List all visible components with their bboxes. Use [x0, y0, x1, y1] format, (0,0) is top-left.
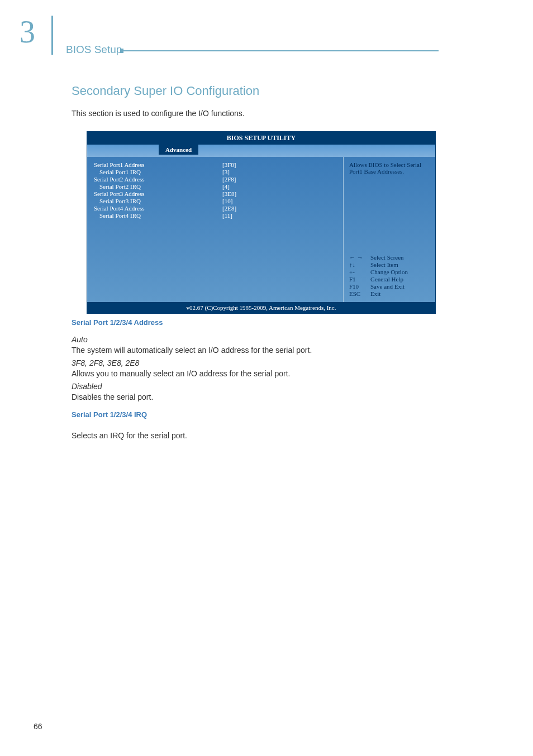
bios-setting-row: Serial Port1 Address [3F8] [94, 161, 336, 168]
irq-desc: Selects an IRQ for the serial port. [72, 430, 187, 442]
chapter-line [123, 50, 439, 51]
bios-setting-value: [11] [222, 212, 278, 219]
bios-setting-label: Serial Port3 IRQ [94, 198, 222, 204]
option-auto-desc: The system will automatically select an … [72, 344, 312, 356]
bios-key-row: F10 Save and Exit [349, 283, 430, 290]
bios-key-row: ↑↓ Select Item [349, 261, 430, 268]
bios-setting-row: Serial Port2 IRQ [4] [94, 183, 336, 190]
bios-setting-value: [3E8] [222, 190, 278, 197]
bios-setting-label: Serial Port2 IRQ [94, 183, 222, 190]
bios-content: Serial Port1 Address [3F8] Serial Port1 … [87, 157, 435, 302]
bios-key-desc: Select Screen [370, 254, 404, 261]
bios-help-text: Allows BIOS to Select Serial Port1 Base … [349, 161, 430, 175]
page-number: 66 [34, 722, 42, 731]
bios-help-panel: Allows BIOS to Select Serial Port1 Base … [343, 157, 435, 302]
bios-setting-row: Serial Port3 Address [3E8] [94, 190, 336, 197]
bios-key-symbol: ESC [349, 290, 370, 297]
bios-setting-label: Serial Port1 IRQ [94, 169, 222, 175]
bios-setting-row: Serial Port3 IRQ [10] [94, 198, 336, 204]
bios-tab-row: Advanced [87, 145, 435, 157]
bios-key-desc: Select Item [370, 261, 398, 268]
option-disabled-desc: Disables the serial port. [72, 391, 153, 403]
bios-key-row: ← → Select Screen [349, 254, 430, 261]
bios-setting-row: Serial Port1 IRQ [3] [94, 169, 336, 175]
bios-setting-label: Serial Port1 Address [94, 161, 222, 168]
bios-key-desc: General Help [370, 276, 403, 283]
section-title: Secondary Super IO Configuration [72, 84, 259, 98]
bios-key-symbol: ← → [349, 254, 370, 261]
heading-serial-address: Serial Port 1/2/3/4 Address [72, 318, 163, 327]
bios-setting-value: [3F8] [222, 161, 278, 168]
bios-setting-label: Serial Port3 Address [94, 190, 222, 197]
chapter-label: BIOS Setup [66, 44, 122, 56]
option-disabled-label: Disabled [72, 381, 102, 393]
bios-setting-row: Serial Port2 Address [2F8] [94, 176, 336, 183]
bios-setting-value: [2E8] [222, 205, 278, 212]
heading-serial-irq: Serial Port 1/2/3/4 IRQ [72, 410, 147, 419]
bios-key-symbol: ↑↓ [349, 261, 370, 268]
bios-tab-advanced: Advanced [159, 145, 198, 155]
intro-text: This section is used to configure the I/… [72, 109, 245, 118]
bios-setting-value: [4] [222, 183, 278, 190]
bios-screenshot: BIOS SETUP UTILITY Advanced Serial Port1… [87, 131, 436, 314]
bios-copyright: v02.67 (C)Copyright 1985-2009, American … [87, 302, 435, 313]
bios-key-row: ESC Exit [349, 290, 430, 297]
bios-setting-row: Serial Port4 Address [2E8] [94, 205, 336, 212]
bios-setting-label: Serial Port4 Address [94, 205, 222, 212]
option-auto-label: Auto [72, 334, 88, 346]
bios-key-symbol: F1 [349, 276, 370, 283]
bios-settings-panel: Serial Port1 Address [3F8] Serial Port1 … [87, 157, 343, 302]
bios-title: BIOS SETUP UTILITY [87, 132, 435, 145]
bios-key-desc: Exit [370, 290, 380, 297]
bios-setting-value: [2F8] [222, 176, 278, 183]
option-addresses-label: 3F8, 2F8, 3E8, 2E8 [72, 357, 139, 369]
bios-setting-row: Serial Port4 IRQ [11] [94, 212, 336, 219]
bios-keys: ← → Select Screen ↑↓ Select Item +- Chan… [349, 254, 430, 298]
bios-setting-value: [10] [222, 198, 278, 204]
bios-key-symbol: F10 [349, 283, 370, 290]
chapter-divider [51, 16, 53, 55]
option-addresses-desc: Allows you to manually select an I/O add… [72, 368, 290, 380]
bios-key-row: F1 General Help [349, 276, 430, 283]
bios-key-row: +- Change Option [349, 269, 430, 275]
bios-setting-label: Serial Port2 Address [94, 176, 222, 183]
bios-key-desc: Save and Exit [370, 283, 404, 290]
bios-key-symbol: +- [349, 269, 370, 275]
bios-key-desc: Change Option [370, 269, 408, 275]
bios-setting-value: [3] [222, 169, 278, 175]
chapter-number: 3 [20, 14, 35, 50]
bios-setting-label: Serial Port4 IRQ [94, 212, 222, 219]
